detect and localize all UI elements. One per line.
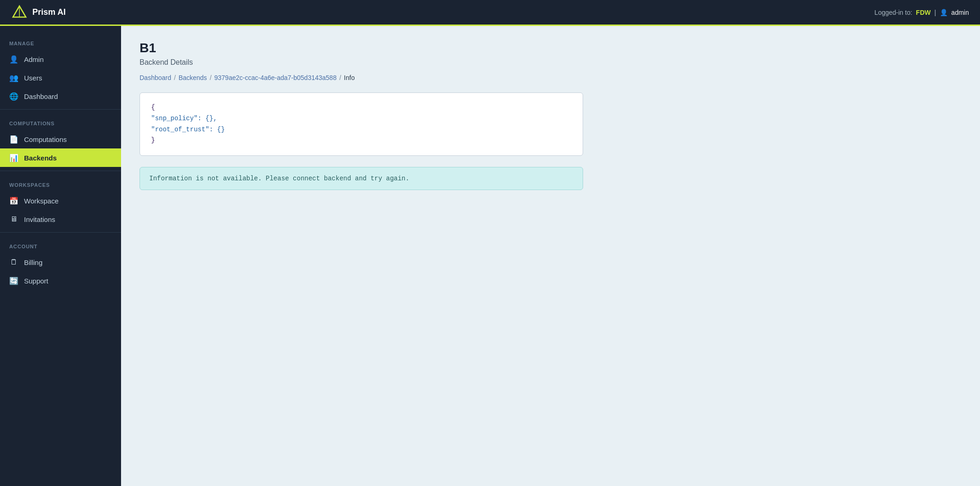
invitations-icon: 🖥 [9, 215, 18, 224]
users-icon: 👥 [9, 73, 18, 82]
section-label-workspaces: WORKSPACES [0, 175, 121, 191]
computations-icon: 📄 [9, 135, 18, 144]
json-code-box: { "snp_policy": {}, "root_of_trust": {} … [140, 92, 583, 156]
layout: MANAGE 👤 Admin 👥 Users 🌐 Dashboard COMPU… [0, 26, 980, 486]
page-subtitle: Backend Details [140, 58, 962, 67]
breadcrumb-dashboard[interactable]: Dashboard [140, 74, 171, 81]
section-label-account: ACCOUNT [0, 236, 121, 253]
breadcrumb-sep-1: / [174, 74, 176, 81]
section-label-computations: COMPUTATIONS [0, 113, 121, 130]
sidebar-item-users-label: Users [24, 74, 42, 82]
sidebar-item-admin-label: Admin [24, 55, 44, 63]
breadcrumb-backends[interactable]: Backends [178, 74, 207, 81]
breadcrumb-uuid[interactable]: 9379ae2c-ccac-4a6e-ada7-b05d3143a588 [214, 74, 337, 81]
divider-2 [0, 171, 121, 171]
sidebar-item-dashboard[interactable]: 🌐 Dashboard [0, 87, 121, 105]
main-content: B1 Backend Details Dashboard / Backends … [121, 26, 980, 486]
backends-icon: 📊 [9, 153, 18, 162]
sidebar-item-dashboard-label: Dashboard [24, 92, 58, 100]
section-label-manage: MANAGE [0, 33, 121, 50]
sidebar-item-billing[interactable]: 🗒 Billing [0, 253, 121, 271]
sidebar-item-support-label: Support [24, 277, 49, 285]
sidebar-item-workspace[interactable]: 📅 Workspace [0, 191, 121, 210]
code-line-1: { [151, 102, 572, 113]
user-icon: 👤 [940, 9, 948, 16]
code-line-4: } [151, 135, 572, 146]
user-info: Logged-in to: FDW | 👤 admin [875, 9, 969, 16]
sidebar-item-admin[interactable]: 👤 Admin [0, 50, 121, 68]
logged-in-label: Logged-in to: [875, 9, 913, 16]
billing-icon: 🗒 [9, 258, 18, 267]
breadcrumb-current: Info [344, 74, 354, 81]
sidebar-item-support[interactable]: 🔄 Support [0, 271, 121, 290]
prism-logo-icon [11, 4, 28, 21]
sidebar-item-billing-label: Billing [24, 258, 43, 266]
org-name: FDW [916, 9, 931, 16]
info-message: Information is not available. Please con… [149, 175, 409, 182]
support-icon: 🔄 [9, 276, 18, 285]
sidebar-item-invitations[interactable]: 🖥 Invitations [0, 210, 121, 228]
breadcrumb-sep-2: / [210, 74, 212, 81]
code-line-2: "snp_policy": {}, [151, 113, 572, 124]
page-title: B1 [140, 41, 962, 55]
sidebar-item-computations-label: Computations [24, 135, 67, 143]
topnav: Prism AI Logged-in to: FDW | 👤 admin [0, 0, 980, 26]
breadcrumb: Dashboard / Backends / 9379ae2c-ccac-4a6… [140, 74, 962, 81]
divider-1 [0, 109, 121, 110]
sidebar: MANAGE 👤 Admin 👥 Users 🌐 Dashboard COMPU… [0, 26, 121, 486]
breadcrumb-sep-3: / [339, 74, 341, 81]
sidebar-item-invitations-label: Invitations [24, 215, 55, 223]
logo[interactable]: Prism AI [11, 4, 66, 21]
sidebar-item-backends-label: Backends [24, 154, 57, 162]
separator: | [934, 9, 936, 16]
admin-icon: 👤 [9, 55, 18, 64]
divider-3 [0, 232, 121, 233]
sidebar-item-computations[interactable]: 📄 Computations [0, 130, 121, 148]
code-line-3: "root_of_trust": {} [151, 124, 572, 135]
sidebar-item-users[interactable]: 👥 Users [0, 68, 121, 87]
username: admin [951, 9, 969, 16]
sidebar-item-workspace-label: Workspace [24, 197, 59, 205]
workspace-icon: 📅 [9, 196, 18, 205]
info-banner: Information is not available. Please con… [140, 167, 583, 190]
sidebar-item-backends[interactable]: 📊 Backends [0, 148, 121, 167]
brand-name: Prism AI [32, 7, 66, 17]
dashboard-icon: 🌐 [9, 92, 18, 101]
